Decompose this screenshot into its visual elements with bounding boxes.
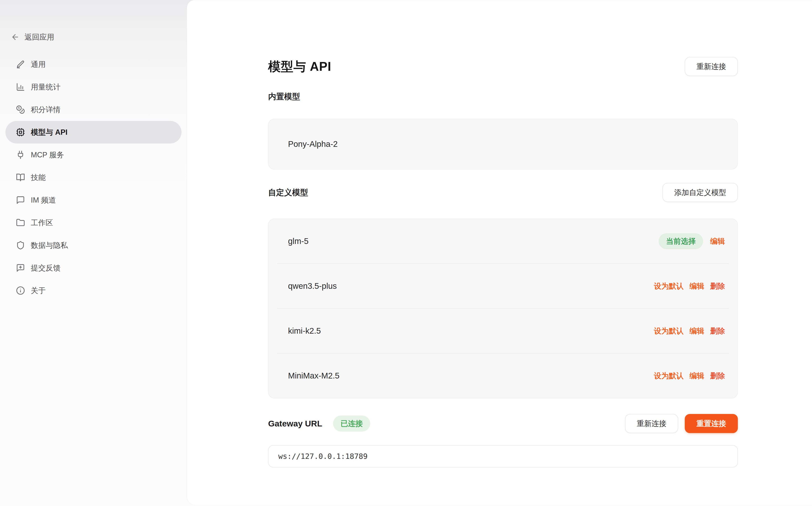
reconnect-button-top[interactable]: 重新连接 xyxy=(685,57,738,76)
folder-icon xyxy=(16,218,25,227)
main-panel: 模型与 API 重新连接 内置模型 Pony-Alpha-2 自定义模型 添加自… xyxy=(187,0,812,505)
edit-link[interactable]: 编辑 xyxy=(689,371,704,381)
shield-icon xyxy=(16,241,25,250)
custom-model-name: qwen3.5-plus xyxy=(288,281,337,291)
set-default-link[interactable]: 设为默认 xyxy=(654,281,684,291)
sidebar-item-credits[interactable]: 积分详情 xyxy=(5,98,181,121)
add-custom-model-button[interactable]: 添加自定义模型 xyxy=(663,183,738,202)
gateway-url-input[interactable] xyxy=(268,445,738,468)
sidebar: 返回应用 通用 用量统计 积分详情 模型与 API MCP 服务 xyxy=(0,0,187,506)
set-default-link[interactable]: 设为默认 xyxy=(654,326,684,336)
settings-content: 模型与 API 重新连接 内置模型 Pony-Alpha-2 自定义模型 添加自… xyxy=(187,0,812,468)
sidebar-nav: 通用 用量统计 积分详情 模型与 API MCP 服务 技能 xyxy=(5,53,181,302)
page-title: 模型与 API xyxy=(268,58,331,75)
sidebar-item-label: 模型与 API xyxy=(31,127,68,137)
edit-link[interactable]: 编辑 xyxy=(689,326,704,336)
sidebar-item-label: 关于 xyxy=(31,286,46,296)
bar-chart-icon xyxy=(16,82,25,91)
sidebar-item-label: 数据与隐私 xyxy=(31,240,68,250)
sidebar-item-mcp-services[interactable]: MCP 服务 xyxy=(5,144,181,166)
sidebar-item-label: 工作区 xyxy=(31,218,53,228)
sidebar-item-im-channels[interactable]: IM 频道 xyxy=(5,189,181,212)
sidebar-item-about[interactable]: 关于 xyxy=(5,279,181,302)
coins-icon xyxy=(16,105,25,114)
custom-models-heading: 自定义模型 xyxy=(268,187,308,198)
sidebar-item-label: 用量统计 xyxy=(31,82,61,92)
sidebar-item-skills[interactable]: 技能 xyxy=(5,166,181,189)
pencil-icon xyxy=(16,60,25,69)
sidebar-item-data-privacy[interactable]: 数据与隐私 xyxy=(5,234,181,257)
arrow-left-icon xyxy=(11,33,19,41)
back-label: 返回应用 xyxy=(24,32,54,42)
plug-icon xyxy=(16,150,25,159)
gateway-url-heading: Gateway URL xyxy=(268,419,322,428)
message-square-icon xyxy=(16,195,25,204)
back-to-app-button[interactable]: 返回应用 xyxy=(11,31,54,43)
custom-model-row: kimi-k2.5 设为默认 编辑 删除 xyxy=(269,309,737,353)
sidebar-item-general[interactable]: 通用 xyxy=(5,53,181,76)
custom-model-row: MiniMax-M2.5 设为默认 编辑 删除 xyxy=(269,353,737,398)
sidebar-item-feedback[interactable]: 提交反馈 xyxy=(5,257,181,279)
current-selection-badge: 当前选择 xyxy=(659,233,703,249)
sidebar-item-label: 通用 xyxy=(31,60,46,69)
info-icon xyxy=(16,286,25,295)
custom-model-row: qwen3.5-plus 设为默认 编辑 删除 xyxy=(269,264,737,308)
edit-link[interactable]: 编辑 xyxy=(689,281,704,291)
delete-link[interactable]: 删除 xyxy=(710,326,725,336)
builtin-models-card: Pony-Alpha-2 xyxy=(268,119,738,169)
builtin-model-name: Pony-Alpha-2 xyxy=(288,140,338,149)
sidebar-item-label: MCP 服务 xyxy=(31,150,64,160)
custom-model-row: glm-5 当前选择 编辑 xyxy=(269,219,737,263)
custom-model-name: MiniMax-M2.5 xyxy=(288,371,340,381)
cpu-icon xyxy=(16,128,25,137)
message-square-plus-icon xyxy=(16,263,25,272)
gateway-reset-button[interactable]: 重置连接 xyxy=(685,414,738,433)
book-open-icon xyxy=(16,173,25,182)
sidebar-item-models-api[interactable]: 模型与 API xyxy=(5,121,181,144)
sidebar-item-label: IM 频道 xyxy=(31,195,56,205)
gateway-reconnect-button[interactable]: 重新连接 xyxy=(625,414,678,433)
settings-window: 返回应用 通用 用量统计 积分详情 模型与 API MCP 服务 xyxy=(0,0,812,506)
set-default-link[interactable]: 设为默认 xyxy=(654,371,684,381)
builtin-models-heading: 内置模型 xyxy=(268,91,738,102)
delete-link[interactable]: 删除 xyxy=(710,281,725,291)
builtin-model-row[interactable]: Pony-Alpha-2 xyxy=(269,119,737,169)
sidebar-item-workspace[interactable]: 工作区 xyxy=(5,212,181,234)
sidebar-item-label: 积分详情 xyxy=(31,105,61,115)
sidebar-item-label: 技能 xyxy=(31,173,46,182)
custom-models-card: glm-5 当前选择 编辑 qwen3.5-plus 设为默认 编辑 删除 xyxy=(268,219,738,398)
custom-model-name: kimi-k2.5 xyxy=(288,326,321,336)
delete-link[interactable]: 删除 xyxy=(710,371,725,381)
sidebar-item-usage-stats[interactable]: 用量统计 xyxy=(5,76,181,98)
edit-link[interactable]: 编辑 xyxy=(710,236,725,246)
custom-model-name: glm-5 xyxy=(288,237,308,246)
sidebar-item-label: 提交反馈 xyxy=(31,263,61,273)
connected-status-badge: 已连接 xyxy=(333,416,370,431)
